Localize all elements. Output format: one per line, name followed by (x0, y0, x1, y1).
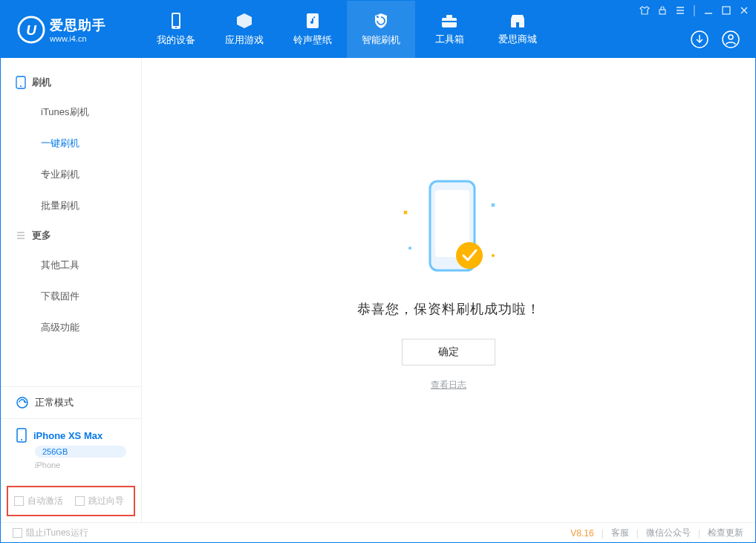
sidebar-item-pro-flash[interactable]: 专业刷机 (1, 159, 141, 190)
store-icon (509, 13, 527, 29)
app-name: 爱思助手 (50, 16, 106, 34)
nav-tab-flash[interactable]: 智能刷机 (347, 1, 415, 58)
svg-rect-6 (442, 18, 457, 27)
divider-icon: | (693, 4, 696, 17)
success-illustration (389, 174, 508, 285)
user-icon[interactable] (721, 30, 740, 49)
svg-point-22 (492, 254, 495, 257)
sidebar-group-more: 更多 (1, 221, 141, 250)
checkbox-icon (75, 496, 85, 506)
checkbox-icon (13, 528, 22, 538)
status-bar: 阻止iTunes运行 V8.16 | 客服 | 微信公众号 | 检查更新 (1, 522, 755, 543)
download-icon[interactable] (690, 30, 709, 49)
lock-icon[interactable] (657, 5, 668, 16)
view-log-link[interactable]: 查看日志 (431, 379, 466, 391)
sidebar-item-oneclick-flash[interactable]: 一键刷机 (1, 128, 141, 159)
sidebar-item-download-firmware[interactable]: 下载固件 (1, 281, 141, 312)
svg-point-17 (20, 85, 22, 87)
svg-text:U: U (26, 22, 37, 37)
header-actions (690, 30, 740, 49)
toolbox-icon (440, 13, 458, 29)
nav-tabs: 我的设备 应用游戏 铃声壁纸 智能刷机 工具箱 爱思商城 (142, 1, 552, 58)
checkbox-block-itunes[interactable]: 阻止iTunes运行 (13, 527, 88, 539)
svg-point-13 (729, 35, 733, 39)
storage-badge: 256GB (35, 446, 126, 458)
nav-tab-device[interactable]: 我的设备 (142, 1, 210, 58)
nav-tab-ringtones[interactable]: 铃声壁纸 (278, 1, 347, 58)
svg-rect-7 (446, 15, 452, 18)
footer-link-wechat[interactable]: 微信公众号 (646, 527, 691, 539)
app-url: www.i4.cn (50, 34, 106, 43)
device-icon (169, 12, 183, 30)
maximize-icon[interactable] (721, 5, 731, 16)
device-name: iPhone XS Max (33, 430, 102, 441)
svg-rect-8 (442, 21, 457, 22)
footer-link-update[interactable]: 检查更新 (708, 527, 743, 539)
app-logo: U 爱思助手 www.i4.cn (1, 16, 142, 44)
checkbox-skip-guide[interactable]: 跳过向导 (75, 495, 124, 507)
device-type: iPhone (35, 461, 126, 469)
logo-icon: U (17, 16, 45, 44)
phone-icon (16, 428, 27, 443)
app-header: U 爱思助手 www.i4.cn 我的设备 应用游戏 铃声壁纸 智能刷机 工具箱 (1, 1, 755, 58)
sidebar-item-other-tools[interactable]: 其他工具 (1, 250, 141, 281)
options-highlight-box: 自动激活 跳过向导 (7, 486, 135, 516)
sidebar-group-flash: 刷机 (1, 68, 141, 97)
window-controls: | (639, 4, 749, 17)
nav-tab-store[interactable]: 爱思商城 (483, 1, 552, 58)
sidebar: 刷机 iTunes刷机 一键刷机 专业刷机 批量刷机 更多 其他工具 下载固件 … (1, 58, 142, 522)
sidebar-item-advanced[interactable]: 高级功能 (1, 312, 141, 343)
shield-sync-icon (372, 12, 390, 30)
phone-outline-icon (16, 76, 26, 89)
sync-icon (16, 396, 29, 409)
ok-button[interactable]: 确定 (402, 339, 495, 365)
svg-rect-14 (659, 10, 665, 14)
main-content: 恭喜您，保资料刷机成功啦！ 确定 查看日志 (142, 58, 755, 522)
svg-point-20 (21, 439, 22, 440)
device-mode-row[interactable]: 正常模式 (1, 387, 141, 419)
svg-rect-10 (516, 22, 519, 27)
list-icon (16, 230, 26, 241)
shirt-icon[interactable] (639, 5, 650, 16)
version-label: V8.16 (570, 528, 593, 539)
svg-rect-3 (173, 14, 179, 26)
music-file-icon (304, 12, 321, 30)
svg-point-25 (456, 242, 483, 269)
sidebar-item-itunes-flash[interactable]: iTunes刷机 (1, 97, 141, 128)
menu-icon[interactable] (675, 5, 685, 16)
checkbox-auto-activate[interactable]: 自动激活 (14, 495, 63, 507)
svg-rect-15 (723, 7, 730, 14)
close-icon[interactable] (739, 5, 749, 16)
cube-icon (235, 12, 253, 30)
minimize-icon[interactable] (703, 5, 714, 16)
footer-link-support[interactable]: 客服 (611, 527, 629, 539)
nav-tab-apps[interactable]: 应用游戏 (210, 1, 278, 58)
device-info[interactable]: iPhone XS Max 256GB iPhone (1, 419, 141, 477)
svg-point-21 (408, 247, 411, 250)
checkbox-icon (14, 496, 24, 506)
sidebar-item-batch-flash[interactable]: 批量刷机 (1, 190, 141, 221)
nav-tab-toolbox[interactable]: 工具箱 (415, 1, 483, 58)
success-message: 恭喜您，保资料刷机成功啦！ (357, 300, 541, 318)
svg-point-4 (175, 27, 177, 28)
